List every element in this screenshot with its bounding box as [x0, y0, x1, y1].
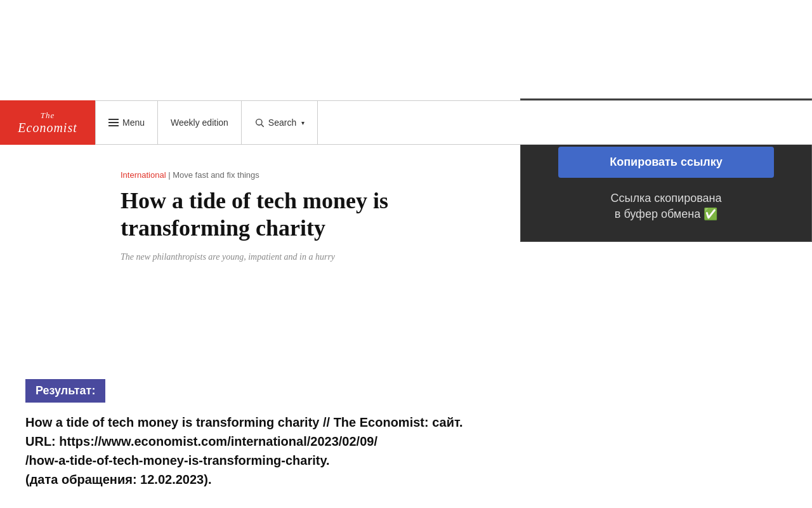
result-label: Результат:	[25, 379, 105, 403]
confirm-line1: Ссылка скопирована	[611, 192, 722, 204]
logo-economist: Economist	[18, 121, 77, 135]
result-citation: How a tide of tech money is transforming…	[25, 413, 787, 489]
article-content: International | Move fast and fix things…	[0, 145, 495, 262]
article-category: International | Move fast and fix things	[121, 170, 495, 180]
copy-link-button[interactable]: Копировать ссылку	[558, 147, 774, 178]
article-subtitle: The new philanthropists are young, impat…	[121, 252, 495, 262]
weekly-edition-label: Weekly edition	[171, 117, 228, 128]
search-icon	[254, 117, 265, 128]
top-space	[0, 0, 812, 100]
svg-point-0	[256, 119, 261, 125]
economist-logo[interactable]: The Economist	[0, 100, 95, 145]
main-nav: Menu Weekly edition Search ▾	[95, 101, 318, 144]
popup-content: Копировать ссылку Ссылка скопирована в б…	[521, 134, 811, 241]
svg-line-1	[261, 124, 264, 127]
confirm-line2: в буфер обмена ✅	[615, 208, 717, 220]
weekly-edition-button[interactable]: Weekly edition	[158, 101, 242, 144]
category-separator: | Move fast and fix things	[166, 170, 259, 180]
result-area: Результат: How a tide of tech money is t…	[0, 366, 812, 508]
search-button[interactable]: Search ▾	[242, 101, 318, 144]
hamburger-icon	[108, 119, 119, 126]
search-label: Search	[268, 117, 296, 128]
copy-confirm-text: Ссылка скопирована в буфер обмена ✅	[611, 190, 722, 222]
menu-button[interactable]: Menu	[96, 101, 158, 144]
site-header: The Economist Menu Weekly edition Search…	[0, 100, 812, 145]
category-link[interactable]: International	[121, 170, 166, 180]
logo-the: The	[41, 110, 55, 121]
chevron-down-icon: ▾	[301, 119, 304, 126]
menu-label: Menu	[122, 117, 145, 128]
article-title: How a tide of tech money is transforming…	[121, 187, 425, 242]
